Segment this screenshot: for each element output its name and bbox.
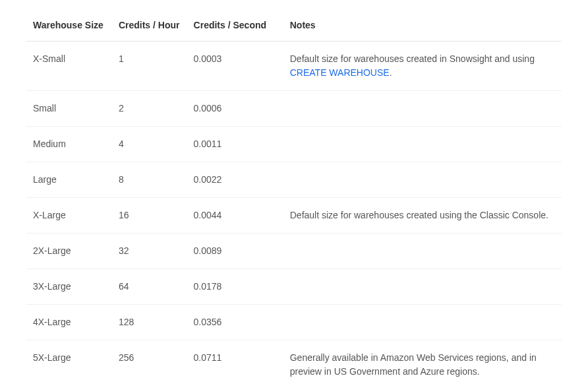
table-row: Medium 4 0.0011 [26,127,562,162]
cell-size: X-Large [26,198,112,234]
cell-notes: Generally available in Amazon Web Servic… [283,340,562,381]
cell-cps: 0.0178 [187,269,283,305]
cell-size: Large [26,162,112,198]
cell-notes [283,162,562,198]
table-row: 5X-Large 256 0.0711 Generally available … [26,340,562,381]
cell-cph: 8 [112,162,187,198]
cell-cph: 4 [112,127,187,162]
cell-cph: 128 [112,305,187,340]
table-row: 2X-Large 32 0.0089 [26,234,562,269]
create-warehouse-link[interactable]: CREATE WAREHOUSE [290,67,390,78]
table-row: Small 2 0.0006 [26,91,562,127]
cell-size: Small [26,91,112,127]
warehouse-size-table: Warehouse Size Credits / Hour Credits / … [26,13,562,380]
cell-cps: 0.0356 [187,305,283,340]
table-row: X-Large 16 0.0044 Default size for wareh… [26,198,562,234]
cell-notes [283,269,562,305]
cell-cps: 0.0003 [187,42,283,91]
table-row: 4X-Large 128 0.0356 [26,305,562,340]
notes-text-suffix: . [390,67,392,78]
notes-text-prefix: Default size for warehouses created in S… [290,53,535,64]
header-cps: Credits / Second [187,13,283,42]
cell-cps: 0.0006 [187,91,283,127]
cell-cps: 0.0711 [187,340,283,381]
cell-cps: 0.0022 [187,162,283,198]
cell-cph: 64 [112,269,187,305]
cell-notes: Default size for warehouses created usin… [283,198,562,234]
cell-cps: 0.0011 [187,127,283,162]
cell-notes [283,305,562,340]
cell-notes: Default size for warehouses created in S… [283,42,562,91]
cell-cph: 2 [112,91,187,127]
cell-size: 3X-Large [26,269,112,305]
cell-notes [283,127,562,162]
table-row: 3X-Large 64 0.0178 [26,269,562,305]
table-row: X-Small 1 0.0003 Default size for wareho… [26,42,562,91]
cell-size: 5X-Large [26,340,112,381]
cell-cph: 1 [112,42,187,91]
cell-size: Medium [26,127,112,162]
cell-size: X-Small [26,42,112,91]
cell-notes [283,234,562,269]
header-cph: Credits / Hour [112,13,187,42]
header-size: Warehouse Size [26,13,112,42]
cell-cps: 0.0089 [187,234,283,269]
table-header-row: Warehouse Size Credits / Hour Credits / … [26,13,562,42]
cell-cph: 16 [112,198,187,234]
table-row: Large 8 0.0022 [26,162,562,198]
cell-notes [283,91,562,127]
cell-size: 2X-Large [26,234,112,269]
cell-cph: 256 [112,340,187,381]
header-notes: Notes [283,13,562,42]
cell-cph: 32 [112,234,187,269]
cell-cps: 0.0044 [187,198,283,234]
cell-size: 4X-Large [26,305,112,340]
